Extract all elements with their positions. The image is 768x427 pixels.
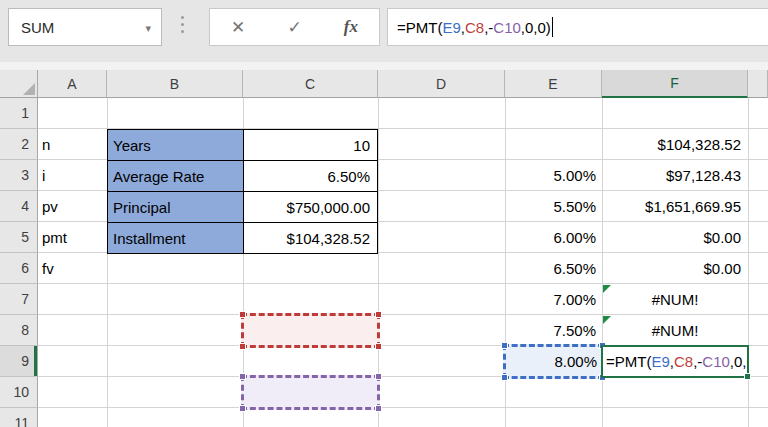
range-handle[interactable] (239, 343, 246, 350)
cell-E3[interactable]: 5.00% (505, 160, 602, 191)
cell-E8[interactable]: 7.50% (505, 315, 602, 346)
formula-text: =PMT(E9,C8,-C10,0,0) (397, 19, 551, 36)
cell-E5[interactable]: 6.00% (505, 222, 602, 253)
cell-E7[interactable]: 7.00% (505, 284, 602, 315)
cell-F6[interactable]: $0.00 (602, 253, 748, 284)
cell-C3[interactable]: 6.50% (243, 160, 378, 191)
cancel-icon[interactable]: ✕ (231, 19, 245, 36)
column-header-B[interactable]: B (107, 70, 243, 98)
formula-button-group: ✕ ✓ fx (209, 8, 380, 46)
column-header-G-sliver[interactable] (748, 70, 768, 98)
cell-F8[interactable]: #NUM! (602, 315, 748, 346)
range-handle[interactable] (501, 342, 508, 349)
fill-handle[interactable] (744, 373, 751, 380)
row-header-2[interactable]: 2 (0, 129, 38, 160)
enter-icon[interactable]: ✓ (287, 19, 301, 36)
row-header-3[interactable]: 3 (0, 160, 38, 191)
cell-F7[interactable]: #NUM! (602, 284, 748, 315)
cell-B3[interactable]: Average Rate (107, 160, 243, 191)
column-header-F[interactable]: F (602, 70, 748, 98)
range-handle[interactable] (375, 311, 382, 318)
range-handle[interactable] (375, 343, 382, 350)
formula-bar-grip[interactable] (181, 16, 184, 33)
cell-F4[interactable]: $1,651,669.95 (602, 191, 748, 222)
name-box-value: SUM (21, 19, 54, 36)
cell-C2[interactable]: 10 (243, 129, 378, 160)
row-header-10[interactable]: 10 (0, 377, 38, 408)
cell-C5[interactable]: $104,328.52 (243, 222, 378, 254)
cell-A6[interactable]: fv (38, 253, 107, 284)
cell-F5[interactable]: $0.00 (602, 222, 748, 253)
range-handle[interactable] (239, 311, 246, 318)
ref-range-C10[interactable] (241, 375, 380, 410)
insert-function-icon[interactable]: fx (344, 17, 358, 37)
range-handle[interactable] (501, 374, 508, 381)
name-box[interactable]: SUM ▾ (8, 8, 162, 46)
row-header-9[interactable]: 9 (0, 346, 38, 377)
row-header-7[interactable]: 7 (0, 284, 38, 315)
cell-B5[interactable]: Installment (107, 222, 243, 254)
select-all-corner[interactable] (0, 70, 38, 98)
cell-A2[interactable]: n (38, 129, 107, 160)
row-header-11[interactable]: 11 (0, 408, 38, 427)
column-header-D[interactable]: D (378, 70, 505, 98)
row-header-4[interactable]: 4 (0, 191, 38, 222)
formula-input[interactable]: =PMT(E9,C8,-C10,0,0) (387, 8, 768, 46)
cell-C4[interactable]: $750,000.00 (243, 191, 378, 222)
range-handle[interactable] (375, 405, 382, 412)
cell-A4[interactable]: pv (38, 191, 107, 222)
cell-B2[interactable]: Years (107, 129, 243, 160)
active-cell-F9-edit[interactable]: =PMT(E9,C8,-C10,0,0) (601, 345, 749, 378)
cell-E9[interactable]: 8.00% (554, 353, 597, 370)
cell-E6[interactable]: 6.50% (505, 253, 602, 284)
cell-A3[interactable]: i (38, 160, 107, 191)
row-header-8[interactable]: 8 (0, 315, 38, 346)
cell-F2[interactable]: $104,328.52 (602, 129, 748, 160)
column-header-E[interactable]: E (505, 70, 602, 98)
cell-B4[interactable]: Principal (107, 191, 243, 222)
cell-A5[interactable]: pmt (38, 222, 107, 253)
ref-range-C8[interactable] (241, 313, 380, 348)
row-header-6[interactable]: 6 (0, 253, 38, 284)
row-header-5[interactable]: 5 (0, 222, 38, 253)
text-cursor (552, 17, 553, 37)
range-handle[interactable] (239, 405, 246, 412)
select-all-triangle-icon (23, 83, 35, 95)
cell-F9-formula-text: =PMT(E9,C8,-C10,0,0) (603, 347, 747, 376)
error-indicator-icon (603, 316, 611, 324)
range-handle[interactable] (239, 373, 246, 380)
range-handle[interactable] (375, 373, 382, 380)
cell-E4[interactable]: 5.50% (505, 191, 602, 222)
column-header-A[interactable]: A (38, 70, 107, 98)
name-box-dropdown-icon[interactable]: ▾ (145, 22, 151, 35)
error-indicator-icon (603, 285, 611, 293)
ref-range-E9[interactable]: 8.00% (503, 344, 604, 379)
chrome-divider (0, 62, 768, 70)
cell-F3[interactable]: $97,128.43 (602, 160, 748, 191)
row-header-1[interactable]: 1 (0, 98, 38, 129)
column-header-C[interactable]: C (243, 70, 378, 98)
